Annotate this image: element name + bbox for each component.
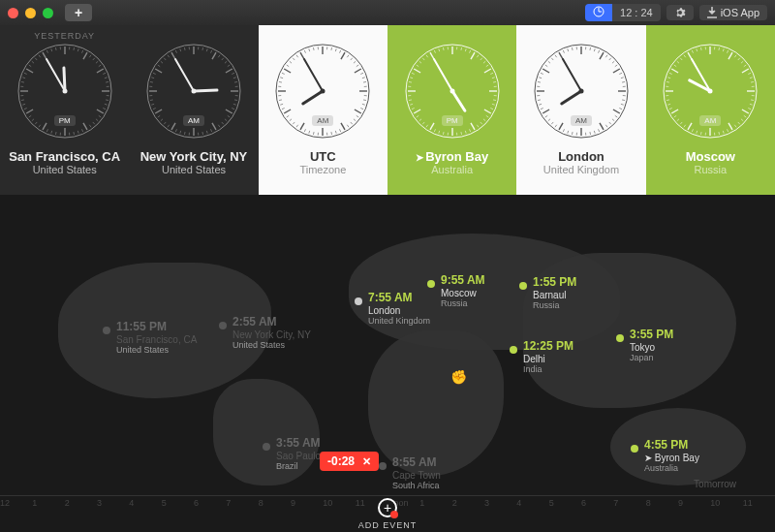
close-window-button[interactable] (8, 8, 18, 18)
svg-line-273 (590, 132, 591, 135)
svg-line-263 (621, 104, 624, 105)
svg-line-12 (92, 122, 94, 124)
svg-line-236 (430, 52, 434, 59)
time-offset-badge[interactable]: -0:28 ✕ (320, 452, 379, 471)
add-clock-button[interactable]: + (65, 4, 92, 21)
digital-view-button[interactable]: 12:24 (612, 4, 661, 21)
ampm-badge: AM (183, 115, 204, 126)
svg-line-76 (222, 122, 224, 124)
svg-line-150 (309, 131, 310, 134)
clock-card[interactable]: YESTERDAY PM San Francisco, CA United St… (0, 25, 129, 195)
hour-tick: 11 (743, 498, 753, 508)
svg-line-224 (409, 100, 412, 101)
hour-tick: 2 (452, 498, 457, 508)
hour-tick: 4 (129, 498, 134, 508)
svg-line-378 (744, 65, 746, 67)
map-pin[interactable] (631, 445, 638, 453)
svg-line-314 (615, 65, 617, 67)
map-city-label[interactable]: 3:55 AM Sao Paulo Brazil (276, 437, 321, 472)
map-city-name: London (368, 305, 430, 317)
svg-line-293 (539, 78, 542, 78)
ampm-badge: AM (699, 115, 721, 126)
svg-line-251 (484, 69, 491, 73)
map-pin[interactable] (219, 322, 227, 329)
map-city-label[interactable]: 12:25 PM Delhi India (523, 340, 574, 375)
map-city-label[interactable]: 11:55 PM San Francisco, CA United States (116, 321, 197, 356)
map-pin[interactable] (427, 280, 435, 288)
map-pin[interactable] (379, 462, 387, 470)
fullscreen-window-button[interactable] (43, 8, 53, 18)
clock-row: YESTERDAY PM San Francisco, CA United St… (0, 25, 775, 195)
map-city-label[interactable]: 7:55 AM London United Kingdom (368, 292, 430, 327)
map-pin[interactable] (103, 327, 110, 334)
digital-sample-right: 24 (640, 7, 652, 18)
map-pin[interactable] (510, 346, 517, 354)
svg-line-375 (735, 55, 737, 57)
map-city-name: Barnaul (533, 290, 576, 301)
svg-line-31 (22, 104, 25, 105)
clock-card[interactable]: AM London United Kingdom (516, 25, 645, 195)
svg-line-122 (228, 65, 230, 67)
analog-view-button[interactable] (585, 4, 612, 21)
svg-line-207 (469, 129, 470, 132)
svg-line-100 (150, 81, 153, 82)
ios-app-button[interactable]: iOS App (699, 5, 767, 20)
map-pin[interactable] (616, 334, 624, 342)
timeline[interactable]: 121234567891011Noon1234567891011 + ADD E… (0, 495, 775, 532)
svg-line-341 (701, 132, 702, 135)
clock-card[interactable]: PM ➤Byron Bay Australia (388, 25, 516, 195)
clock-card[interactable]: AM UTC Timezone (259, 25, 388, 195)
svg-line-108 (171, 52, 175, 59)
hour-tick: 2 (65, 498, 70, 508)
svg-line-37 (22, 78, 25, 78)
map-city-name: Delhi (523, 354, 574, 365)
city-name: New York City, NY (140, 149, 248, 164)
svg-line-187 (355, 69, 361, 73)
svg-line-199 (492, 104, 495, 105)
minimize-window-button[interactable] (25, 8, 36, 18)
svg-line-234 (422, 58, 424, 60)
map-city-label[interactable]: 9:55 AM Moscow Russia (441, 274, 485, 309)
svg-line-107 (168, 55, 170, 57)
svg-line-232 (416, 65, 418, 67)
svg-line-186 (356, 65, 358, 67)
close-icon[interactable]: ✕ (362, 455, 371, 468)
map-city-label[interactable]: 1:55 PM Barnaul Russia (533, 276, 576, 311)
city-name: London (558, 149, 604, 164)
svg-line-243 (461, 47, 462, 50)
clock-face: PM (16, 43, 113, 140)
svg-point-386 (708, 89, 713, 94)
svg-line-188 (361, 73, 364, 74)
map-city-label[interactable]: 3:55 PM Tokyo Japan (630, 329, 673, 363)
svg-line-278 (568, 131, 569, 134)
svg-line-171 (296, 55, 298, 57)
clock-card[interactable]: AM New York City, NY United States (129, 25, 258, 195)
map-city-label[interactable]: 8:55 AM Cape Town South Africa (392, 456, 441, 491)
world-map[interactable]: 11:55 PM San Francisco, CA United States… (0, 195, 775, 495)
svg-line-159 (281, 104, 284, 105)
map-pin[interactable] (519, 282, 527, 290)
svg-line-41 (31, 61, 33, 63)
svg-line-279 (563, 129, 564, 132)
add-event-button[interactable]: + (378, 498, 397, 517)
map-pin[interactable] (355, 297, 362, 305)
svg-line-182 (341, 52, 345, 59)
svg-line-374 (728, 52, 732, 59)
clock-card[interactable]: AM Moscow Russia (646, 25, 775, 195)
svg-line-302 (568, 48, 569, 51)
svg-line-346 (681, 122, 683, 124)
map-pin[interactable] (263, 443, 270, 451)
settings-button[interactable] (666, 5, 694, 20)
map-city-sub: United Kingdom (368, 316, 430, 326)
svg-line-160 (279, 100, 282, 101)
map-city-label[interactable]: 2:55 AM New York City, NY United States (232, 316, 311, 351)
svg-line-377 (741, 61, 743, 63)
map-city-label[interactable]: 4:55 PM ➤ Byron Bay Australia (644, 439, 699, 474)
svg-line-283 (548, 119, 550, 121)
svg-line-38 (24, 73, 27, 74)
svg-line-220 (416, 115, 418, 117)
svg-line-59 (97, 69, 104, 73)
svg-line-336 (724, 131, 725, 134)
svg-line-299 (555, 55, 557, 57)
map-city-sub: Japan (630, 353, 673, 362)
